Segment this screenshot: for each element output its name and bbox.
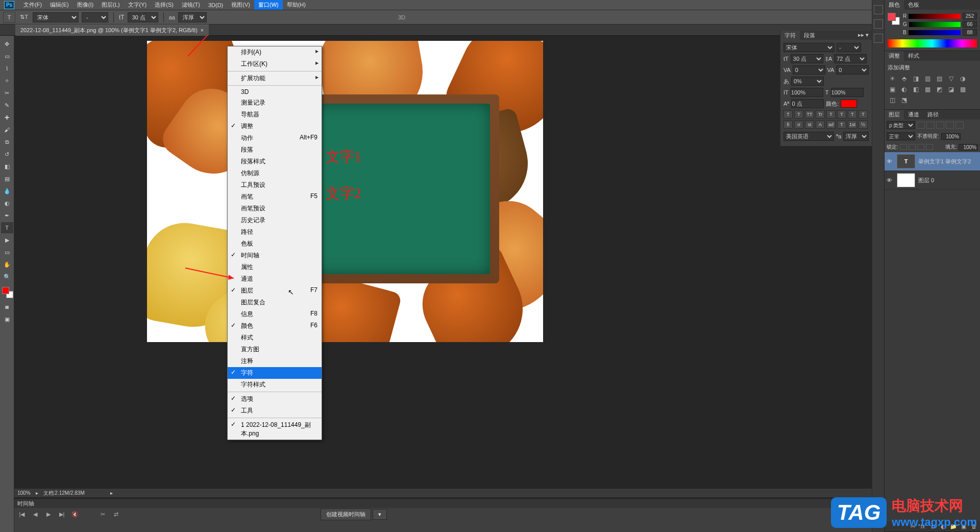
menuitem-A[interactable]: 排列(A) [228, 46, 322, 58]
strike-button[interactable]: T [859, 110, 868, 118]
layer-row[interactable]: 👁图层 0 [885, 171, 980, 190]
menuitem-[interactable]: 导航器 [228, 109, 322, 120]
menuitem-[interactable]: 段落样式 [228, 156, 322, 167]
menuitem-[interactable]: 段落 [228, 144, 322, 156]
hand-tool-icon[interactable]: ✋ [1, 259, 13, 270]
b-slider[interactable] [909, 30, 961, 35]
healing-tool-icon[interactable]: ✚ [1, 112, 13, 123]
status-arrow-icon[interactable]: ▸ [36, 490, 38, 496]
menuitem-[interactable]: 通道 [228, 273, 322, 285]
adjustment-icon-11[interactable]: ◩ [935, 85, 944, 93]
dodge-tool-icon[interactable]: ◐ [1, 198, 13, 209]
menuitem-[interactable]: 色板 [228, 238, 322, 250]
adjustment-icon-1[interactable]: ⬘ [899, 75, 909, 83]
smallcaps-button[interactable]: Tr [816, 110, 825, 118]
tab-channels[interactable]: 通道 [904, 110, 923, 119]
create-video-timeline-button[interactable]: 创建视频时间轴 [321, 509, 371, 520]
layer-thumb[interactable]: T [897, 154, 915, 168]
menuitem-[interactable]: 画笔预设 [228, 203, 322, 214]
visibility-icon[interactable]: 👁 [887, 158, 894, 164]
zoom-level[interactable]: 100% [17, 490, 31, 496]
menuitem-[interactable]: 样式 [228, 332, 322, 344]
adjustment-icon-9[interactable]: ◧ [911, 85, 920, 93]
adjustment-icon-2[interactable]: ◨ [911, 75, 920, 83]
filter-pixel-icon[interactable] [917, 122, 925, 129]
layer-filter-kind[interactable]: ρ 类型 [887, 121, 915, 129]
filter-smart-icon[interactable] [955, 122, 964, 129]
spectrum-ramp[interactable] [888, 39, 977, 47]
doc-info[interactable]: 文档:2.12M/2.83M [43, 490, 85, 497]
actions-panel-icon[interactable] [874, 19, 883, 29]
menuitem-[interactable]: 图层复合 [228, 297, 322, 308]
visibility-icon[interactable]: 👁 [887, 177, 894, 183]
char-aa-select[interactable]: 浑厚 [843, 132, 869, 141]
menuitem-3D[interactable]: 3D [228, 87, 322, 97]
ot-st-button[interactable]: st [805, 120, 814, 129]
char-baseline-input[interactable] [791, 99, 824, 108]
ot-ord-button[interactable]: ad [826, 120, 836, 129]
subscript-button[interactable]: T [837, 110, 846, 118]
text-orientation-toggle[interactable]: ⇅T [18, 12, 30, 22]
status-arrow-icon[interactable]: ▸ [110, 490, 113, 496]
menuitem-[interactable]: 测量记录 [228, 97, 322, 109]
fg-swatch[interactable] [888, 13, 896, 21]
filter-adjust-icon[interactable] [926, 122, 935, 129]
menuitem-[interactable]: 路径 [228, 226, 322, 238]
filter-shape-icon[interactable] [946, 122, 954, 129]
document-tab[interactable]: 2022-12-08_111449_副本.png @ 100% (举例文字1 举… [15, 25, 209, 36]
menuitem-[interactable]: 仿制源 [228, 167, 322, 179]
char-vscale-input[interactable] [791, 88, 823, 97]
menuitem-[interactable]: 历史记录 [228, 214, 322, 226]
menuitem-[interactable]: 属性 [228, 261, 322, 273]
foreground-color[interactable] [2, 287, 9, 294]
fill-value[interactable]: 100% [959, 144, 978, 151]
lock-pixels-icon[interactable] [909, 144, 916, 150]
adjustment-icon-5[interactable]: ▽ [946, 75, 955, 83]
ot-alt-button[interactable]: σ [794, 120, 803, 129]
menuitem-[interactable]: ✓调整 [228, 120, 322, 132]
char-lang-select[interactable]: 美国英语 [783, 132, 834, 141]
char-tracking-select[interactable]: 0 [836, 65, 869, 75]
stamp-tool-icon[interactable]: ⧉ [1, 136, 13, 148]
menuitem-[interactable]: ✓时间轴 [228, 250, 322, 261]
menu-filter[interactable]: 滤镜(T) [178, 0, 204, 10]
marquee-tool-icon[interactable]: ▭ [1, 51, 13, 62]
menuitem-[interactable]: 工具预设 [228, 179, 322, 191]
lasso-tool-icon[interactable]: ⌇ [1, 63, 13, 74]
tab-layers[interactable]: 图层 [885, 110, 904, 119]
brush-tool-icon[interactable]: 🖌 [1, 124, 13, 135]
menuitem-[interactable]: ✓颜色F6 [228, 320, 322, 332]
r-slider[interactable] [909, 14, 961, 19]
sample-text-2[interactable]: 文字2 [326, 184, 361, 203]
type-tool-icon[interactable]: T [1, 222, 13, 233]
quickmask-icon[interactable]: ◙ [1, 301, 13, 312]
menu-window[interactable]: 窗口(W) [254, 0, 283, 10]
panel-menu-icon[interactable]: ▸▸ ▾ [855, 31, 872, 40]
wand-tool-icon[interactable]: ✧ [1, 75, 13, 86]
close-tab-icon[interactable]: × [201, 27, 204, 33]
tab-paragraph[interactable]: 段落 [800, 31, 819, 40]
tab-swatches[interactable]: 色板 [904, 0, 923, 10]
char-style-select[interactable]: - [837, 43, 861, 52]
r-value[interactable]: 252 [963, 13, 977, 19]
ot-frac-button[interactable]: ½ [859, 120, 868, 129]
eyedropper-tool-icon[interactable]: ✎ [1, 100, 13, 111]
tab-color[interactable]: 颜色 [885, 0, 904, 10]
g-slider[interactable] [909, 22, 961, 27]
blend-mode-select[interactable]: 正常 [887, 132, 915, 140]
antialias-select[interactable]: 浑厚 [178, 12, 207, 22]
underline-button[interactable]: T [848, 110, 857, 118]
lock-position-icon[interactable] [917, 144, 924, 150]
lock-transparency-icon[interactable] [900, 144, 907, 150]
adjustment-icon-10[interactable]: ▦ [923, 85, 932, 93]
char-size-select[interactable]: 30 点 [791, 54, 823, 63]
gradient-tool-icon[interactable]: ▤ [1, 173, 13, 184]
zoom-tool-icon[interactable]: 🔍 [1, 271, 13, 282]
tool-indicator[interactable]: T [3, 12, 15, 23]
font-style-select[interactable]: - [82, 12, 108, 22]
next-frame-icon[interactable]: ▶| [57, 510, 66, 518]
faux-italic-button[interactable]: T [794, 110, 803, 118]
move-tool-icon[interactable]: ✥ [1, 38, 13, 50]
menu-layer[interactable]: 图层(L) [97, 0, 124, 10]
mute-icon[interactable]: 🔇 [70, 510, 80, 518]
